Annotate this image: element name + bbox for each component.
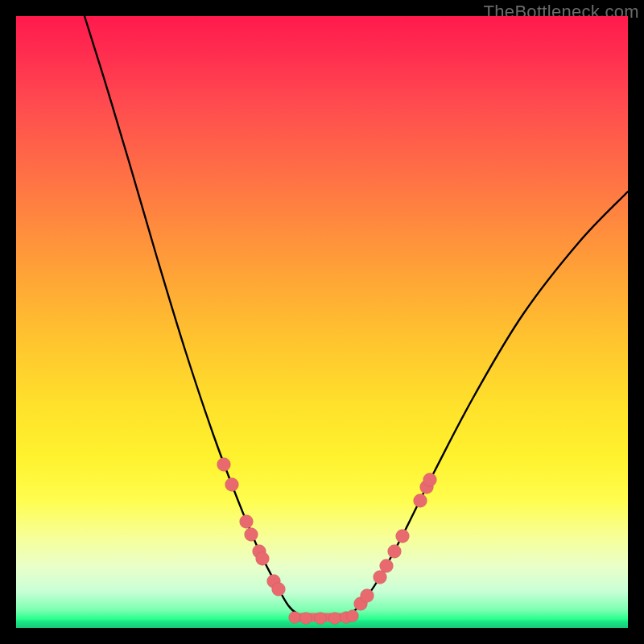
data-dot: [414, 494, 427, 508]
bottleneck-curve: [85, 16, 628, 619]
data-dot: [329, 613, 341, 625]
data-dot: [240, 515, 254, 529]
plot-area: [16, 16, 628, 628]
data-dot: [225, 478, 239, 492]
data-dot: [300, 613, 312, 625]
data-dot: [388, 545, 402, 559]
chart-canvas: TheBottleneck.com: [0, 0, 644, 644]
data-dot: [256, 552, 270, 566]
data-dot: [217, 458, 231, 472]
dots-left-group: [217, 458, 286, 597]
data-dot: [361, 589, 374, 603]
data-dot: [315, 613, 327, 625]
dots-right-group: [354, 473, 437, 611]
data-dot: [272, 583, 286, 597]
data-dot: [245, 528, 258, 542]
data-dot: [347, 610, 359, 622]
dots-flat-group: [289, 610, 359, 625]
data-dot: [396, 530, 410, 543]
data-dot: [423, 473, 437, 487]
data-dot: [380, 559, 394, 573]
data-dot: [289, 612, 301, 624]
curve-overlay: [16, 16, 628, 628]
